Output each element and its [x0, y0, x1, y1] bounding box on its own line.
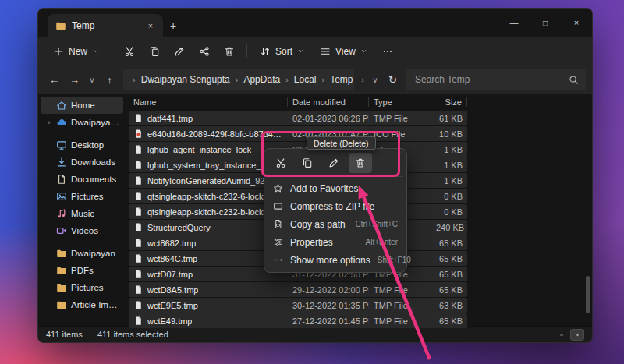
rename-button[interactable] [168, 41, 191, 62]
column-header[interactable]: Size [431, 97, 467, 107]
details-view-button[interactable] [555, 329, 569, 341]
back-button[interactable]: ← [44, 69, 64, 90]
see-more-button[interactable] [376, 41, 399, 62]
view-button[interactable]: View [313, 41, 374, 62]
context-menu-item[interactable]: Show more options Shift+F10 [268, 251, 403, 269]
sidebar-item[interactable]: Pictures [41, 279, 123, 296]
recent-locations-button[interactable]: ∨ [85, 69, 99, 90]
delete-icon [355, 157, 366, 168]
breadcrumb-item[interactable]: › Temp [319, 72, 355, 87]
file-row[interactable]: wctD8A5.tmp 29-12-2022 02:00 PM TMP File… [129, 282, 467, 297]
scrollbar[interactable] [586, 94, 591, 326]
breadcrumb-link[interactable]: Temp [328, 72, 354, 87]
context-menu-item[interactable]: Properties Alt+Enter [268, 233, 403, 251]
file-row[interactable]: wctE49.tmp 27-12-2022 01:45 PM TMP File … [129, 313, 467, 328]
sidebar-item[interactable]: Article Images [41, 296, 123, 313]
onedrive-icon [56, 117, 67, 128]
file-icon [133, 191, 144, 201]
file-size: 1 KB [431, 161, 467, 170]
cut-button[interactable] [118, 41, 141, 62]
sidebar-item[interactable]: PDFs [41, 262, 123, 279]
up-button[interactable]: ↑ [100, 69, 119, 90]
plus-icon [53, 46, 64, 57]
forward-button[interactable]: → [65, 69, 84, 90]
sidebar-item[interactable]: Desktop [41, 136, 123, 154]
sidebar-item-label: Pictures [71, 192, 104, 201]
file-row[interactable]: e640d16d-2089-429f-8bfc-b87d49179394.tmp… [129, 126, 467, 141]
cut-icon [275, 157, 286, 168]
tab-temp[interactable]: Temp × [48, 14, 163, 37]
navigation-pane: Home › Dwaipayan - Per Desktop [38, 94, 126, 326]
zip-icon [273, 201, 283, 211]
sidebar-item[interactable]: Dwaipayan [41, 245, 123, 262]
sidebar-item[interactable]: Documents [41, 171, 123, 188]
minimize-button[interactable]: — [498, 9, 530, 37]
file-row[interactable]: datf441.tmp 02-01-2023 06:26 PM TMP File… [129, 111, 467, 125]
file-size: 0 KB [431, 207, 467, 217]
breadcrumb-item[interactable]: › Dwaipayan Sengupta [129, 72, 232, 87]
refresh-button[interactable]: ↻ [383, 69, 402, 90]
close-button[interactable]: × [561, 9, 592, 37]
search-input[interactable] [413, 73, 569, 86]
delete-button[interactable] [218, 41, 241, 62]
context-menu-item-label: Show more options [290, 255, 370, 266]
context-menu-item-label: Add to Favorites [290, 183, 391, 194]
context-icon-action[interactable] [322, 153, 346, 173]
context-menu-item[interactable]: Copy as path Ctrl+Shift+C [268, 215, 403, 233]
new-button[interactable]: New [46, 41, 106, 62]
chevron-down-icon [360, 48, 367, 55]
tab-close-button[interactable]: × [144, 19, 157, 32]
new-button-label: New [69, 46, 87, 57]
sidebar-item[interactable]: Pictures [41, 188, 123, 205]
desktop-wallpaper: Temp × + — □ × New [0, 0, 624, 364]
music-icon [56, 208, 67, 219]
copy-button[interactable] [143, 41, 166, 62]
sidebar-item[interactable]: Music [41, 205, 123, 222]
rename-icon [328, 157, 339, 168]
context-icon-action[interactable] [296, 153, 319, 173]
scissors-icon [124, 46, 135, 57]
file-icon [133, 300, 144, 310]
file-name: StructuredQuery [147, 223, 211, 232]
context-menu-item[interactable]: Add to Favorites [268, 179, 403, 197]
sidebar-item[interactable]: Downloads [41, 154, 123, 171]
breadcrumb-item[interactable]: › AppData [232, 72, 282, 87]
ico-icon [133, 129, 144, 139]
maximize-button[interactable]: □ [530, 9, 561, 37]
file-row[interactable]: wctE9E5.tmp 30-12-2022 01:35 PM TMP File… [129, 298, 467, 313]
column-header[interactable]: Name [129, 97, 288, 107]
context-menu-items: Add to Favorites Compress to ZIP file Co… [268, 179, 403, 269]
context-menu-item[interactable]: Compress to ZIP file [268, 197, 403, 215]
breadcrumb-link[interactable]: Dwaipayan Sengupta [139, 72, 232, 87]
share-button[interactable] [193, 41, 216, 62]
sidebar-item[interactable]: Home [41, 97, 123, 114]
sort-button[interactable]: Sort [253, 41, 311, 62]
sidebar-item[interactable]: › Dwaipayan - Per [41, 114, 123, 131]
column-header[interactable]: Date modified [288, 97, 369, 107]
breadcrumb-link[interactable]: AppData [241, 72, 282, 87]
props-icon [273, 237, 283, 247]
address-dropdown-button[interactable]: ∨ [368, 69, 382, 90]
file-name: wct864C.tmp [147, 254, 197, 263]
large-icons-view-button[interactable] [570, 329, 584, 341]
sidebar-item-label: Documents [71, 175, 116, 184]
file-icon [133, 113, 144, 123]
sidebar-item[interactable]: Videos [41, 222, 123, 239]
breadcrumb-link[interactable]: Local [292, 72, 319, 87]
sidebar-item-label: Dwaipayan - Per [71, 118, 120, 127]
search-box[interactable] [406, 69, 586, 90]
expander-chevron-icon[interactable]: › [46, 118, 52, 126]
file-name: wctE49.tmp [147, 316, 192, 326]
file-icon [133, 284, 144, 295]
breadcrumb-item[interactable]: › Local [282, 72, 318, 87]
folder-icon [56, 248, 67, 259]
scrollbar-thumb[interactable] [586, 276, 590, 313]
chevron-down-icon [92, 48, 99, 55]
status-bar: 411 items 411 items selected [38, 326, 592, 342]
column-header[interactable]: Type [369, 97, 431, 107]
breadcrumb[interactable]: › Dwaipayan Sengupta › AppData › Local [123, 69, 354, 90]
new-tab-button[interactable]: + [163, 14, 183, 37]
context-icon-action[interactable] [269, 153, 292, 173]
sidebar-item-label: Home [71, 101, 95, 110]
context-icon-action[interactable] [349, 153, 372, 173]
